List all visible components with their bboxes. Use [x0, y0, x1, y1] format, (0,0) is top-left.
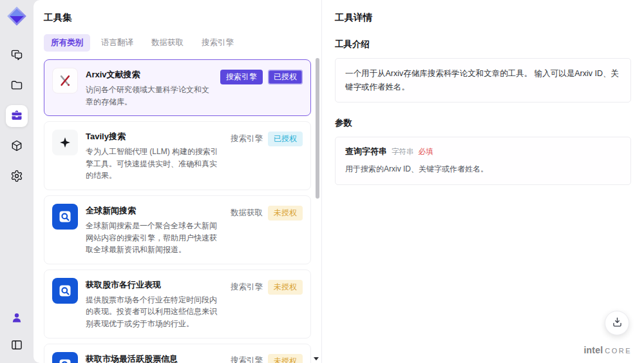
tool-details-panel: 工具详情 工具介绍 一个用于从Arxiv存储库搜索科学论文和文章的工具。 输入可…: [322, 0, 644, 363]
tool-card[interactable]: Tavily搜索 专为人工智能代理 (LLM) 构建的搜索引擎工具。可快速提供实…: [44, 121, 311, 190]
download-icon: [611, 316, 623, 330]
tool-list-panel: 工具集 所有类别 语言翻译 数据获取 搜索引擎 Arxiv文献搜索 访问各个研究…: [33, 0, 322, 363]
tool-badges: 搜索引擎 未授权: [231, 278, 303, 295]
tool-card-body: Tavily搜索 专为人工智能代理 (LLM) 构建的搜索引擎工具。可快速提供实…: [86, 130, 223, 182]
params-heading: 参数: [335, 117, 631, 129]
param-name: 查询字符串: [345, 146, 387, 157]
tab-data-fetching[interactable]: 数据获取: [144, 34, 191, 52]
sidebar-bottom: [6, 308, 28, 357]
tool-card-body: Arxiv文献搜索 访问各个研究领域大量科学论文和文章的存储库。: [86, 68, 213, 108]
folder-icon: [10, 79, 23, 93]
sidebar-item-profile[interactable]: [6, 308, 28, 329]
tool-badges: 数据获取 未授权: [231, 204, 303, 221]
tool-auth-badge: 未授权: [268, 354, 303, 363]
tool-card-body: 获取市场最活跃股票信息 提供当天交易量最高的股票列表。投资者可以利用这些信息来识…: [86, 352, 223, 363]
tool-badges: 搜索引擎 已授权: [231, 130, 303, 146]
param-header: 查询字符串 字符串 必填: [345, 146, 621, 157]
sidebar: [0, 0, 33, 363]
tool-description: 全球新闻搜索是一个聚合全球各大新闻网站内容的搜索引擎，帮助用户快速获取全球最新资…: [86, 220, 223, 256]
tool-card-body: 获取股市各行业表现 提供股票市场各个行业在特定时间段内的表现。投资者可以利用这些…: [86, 278, 223, 330]
arxiv-tool-icon: [52, 68, 78, 93]
tool-title: 获取股市各行业表现: [86, 279, 223, 291]
tool-category-badge: 搜索引擎: [220, 70, 263, 84]
chat-icon: [10, 48, 23, 63]
tool-intro-box: 一个用于从Arxiv存储库搜索科学论文和文章的工具。 输入可以是Arxiv ID…: [335, 58, 631, 103]
tool-category-badge: 数据获取: [231, 208, 263, 219]
tool-auth-badge: 已授权: [268, 132, 303, 146]
core-logo-text: core: [605, 347, 632, 355]
tool-card[interactable]: Arxiv文献搜索 访问各个研究领域大量科学论文和文章的存储库。 搜索引擎 已授…: [44, 59, 311, 116]
param-box: 查询字符串 字符串 必填 用于搜索的Arxiv ID、关键字或作者姓名。: [335, 137, 631, 185]
tavily-tool-icon: [52, 130, 78, 155]
sidebar-nav: [6, 44, 28, 188]
tool-category-badge: 搜索引擎: [231, 133, 263, 144]
intel-core-logo: intel core: [583, 345, 632, 355]
tool-category-badge: 搜索引擎: [231, 355, 263, 363]
tool-card[interactable]: 获取股市各行业表现 提供股票市场各个行业在特定时间段内的表现。投资者可以利用这些…: [44, 270, 311, 338]
tool-description: 提供股票市场各个行业在特定时间段内的表现。投资者可以利用这些信息来识别表现优于或…: [86, 294, 223, 330]
sidebar-item-collapse[interactable]: [6, 335, 28, 357]
tool-card[interactable]: 获取市场最活跃股票信息 提供当天交易量最高的股票列表。投资者可以利用这些信息来识…: [44, 344, 311, 363]
tool-title: 获取市场最活跃股票信息: [86, 353, 223, 363]
tool-category-badge: 搜索引擎: [231, 282, 263, 293]
category-tabs: 所有类别 语言翻译 数据获取 搜索引擎: [44, 34, 311, 52]
search-blue-tool-icon: [52, 352, 78, 363]
search-blue-tool-icon: [52, 278, 78, 304]
settings-gear-icon: [10, 170, 23, 184]
tool-title: Arxiv文献搜索: [86, 69, 213, 81]
toolbox-icon: [10, 109, 23, 124]
sidebar-item-packages[interactable]: [6, 135, 28, 157]
split-panel-icon: [10, 338, 23, 353]
tool-title: Tavily搜索: [86, 131, 223, 142]
tool-auth-badge: 已授权: [268, 70, 303, 84]
app-root: 工具集 所有类别 语言翻译 数据获取 搜索引擎 Arxiv文献搜索 访问各个研究…: [0, 0, 644, 363]
tool-title: 全球新闻搜索: [86, 205, 223, 217]
tab-language-translation[interactable]: 语言翻译: [94, 34, 140, 52]
tool-card[interactable]: 全球新闻搜索 全球新闻搜索是一个聚合全球各大新闻网站内容的搜索引擎，帮助用户快速…: [44, 195, 311, 264]
details-title: 工具详情: [335, 12, 631, 24]
package-icon: [10, 139, 23, 154]
tab-search-engine[interactable]: 搜索引擎: [194, 34, 241, 52]
scrollbar-thumb[interactable]: [316, 58, 319, 199]
sidebar-item-tools[interactable]: [6, 105, 28, 127]
intro-heading: 工具介绍: [335, 39, 631, 50]
tool-badges: 搜索引擎 已授权: [220, 68, 303, 84]
sidebar-item-settings[interactable]: [6, 166, 28, 188]
main-panel: 工具集 所有类别 语言翻译 数据获取 搜索引擎 Arxiv文献搜索 访问各个研究…: [33, 0, 644, 363]
tool-list: Arxiv文献搜索 访问各个研究领域大量科学论文和文章的存储库。 搜索引擎 已授…: [44, 59, 311, 363]
sidebar-item-files[interactable]: [6, 75, 28, 97]
scroll-down-arrow-icon[interactable]: [314, 357, 319, 360]
tool-badges: 搜索引擎 未授权: [231, 352, 303, 363]
page-title: 工具集: [44, 12, 311, 24]
user-icon: [10, 311, 23, 326]
sidebar-item-chat[interactable]: [6, 44, 28, 66]
param-required-badge: 必填: [419, 147, 433, 157]
tool-intro-text: 一个用于从Arxiv存储库搜索科学论文和文章的工具。 输入可以是Arxiv ID…: [345, 67, 621, 93]
tool-auth-badge: 未授权: [268, 280, 303, 295]
tool-card-body: 全球新闻搜索 全球新闻搜索是一个聚合全球各大新闻网站内容的搜索引擎，帮助用户快速…: [86, 204, 223, 256]
param-type: 字符串: [392, 147, 414, 157]
param-description: 用于搜索的Arxiv ID、关键字或作者姓名。: [345, 164, 621, 175]
tab-all-categories[interactable]: 所有类别: [44, 34, 90, 52]
search-blue-tool-icon: [52, 204, 78, 230]
app-logo crystal-logo-icon: [6, 6, 27, 26]
tool-description: 访问各个研究领域大量科学论文和文章的存储库。: [86, 84, 213, 108]
download-button[interactable]: [605, 311, 629, 335]
intel-logo-text: intel: [583, 345, 603, 355]
tool-description: 专为人工智能代理 (LLM) 构建的搜索引擎工具。可快速提供实时、准确和真实的结…: [86, 146, 223, 182]
tool-auth-badge: 未授权: [268, 206, 303, 221]
